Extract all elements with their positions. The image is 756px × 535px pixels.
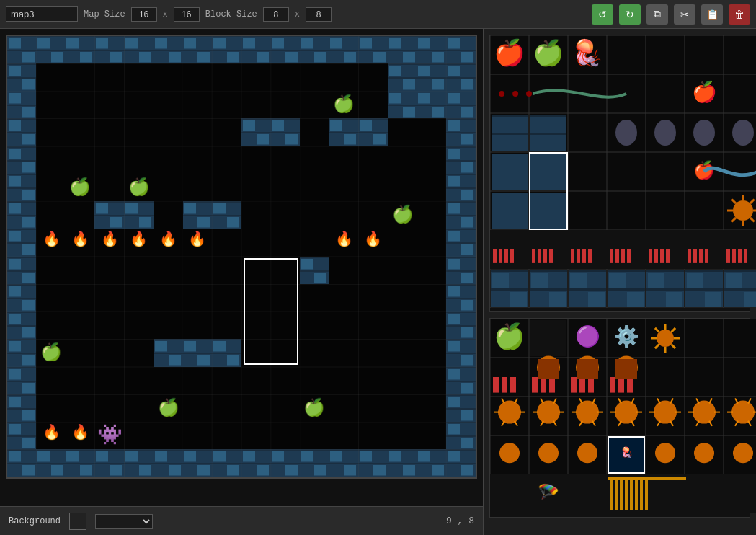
tileset-lower-canvas[interactable]: [490, 319, 756, 513]
paste-button[interactable]: 📋: [701, 4, 723, 25]
bg-label: Background: [9, 516, 61, 526]
toolbar: Map Size x Block Size x ↺ ↻ ⧉ ✂ 📋 🗑: [0, 0, 756, 29]
block-x-separator: x: [295, 9, 300, 19]
main-content: Background 9 , 8: [0, 29, 756, 535]
tileset-lower: [489, 318, 750, 518]
map-name-input[interactable]: [6, 6, 78, 22]
map-x-separator: x: [163, 9, 168, 19]
right-panel: [483, 29, 756, 535]
block-width-input[interactable]: [263, 7, 289, 22]
undo-button[interactable]: ↺: [592, 4, 613, 25]
block-size-label: Block Size: [205, 9, 257, 19]
cut-button[interactable]: ✂: [674, 4, 695, 25]
map-height-input[interactable]: [174, 7, 200, 22]
delete-button[interactable]: 🗑: [729, 4, 750, 25]
copy-all-button[interactable]: ⧉: [646, 4, 668, 25]
status-bar: Background 9 , 8: [0, 506, 483, 535]
map-width-input[interactable]: [131, 7, 157, 22]
bg-dropdown[interactable]: [95, 514, 153, 529]
redo-button[interactable]: ↻: [619, 4, 641, 25]
map-canvas[interactable]: [6, 35, 477, 479]
bg-color-swatch[interactable]: [69, 513, 86, 530]
map-panel: Background 9 , 8: [0, 29, 483, 535]
map-size-label: Map Size: [84, 9, 125, 19]
block-height-input[interactable]: [306, 7, 332, 22]
coord-display: 9 , 8: [446, 516, 474, 526]
tileset-upper-canvas[interactable]: [490, 35, 756, 308]
map-canvas-wrapper[interactable]: [0, 29, 483, 506]
tileset-upper: [489, 35, 750, 312]
